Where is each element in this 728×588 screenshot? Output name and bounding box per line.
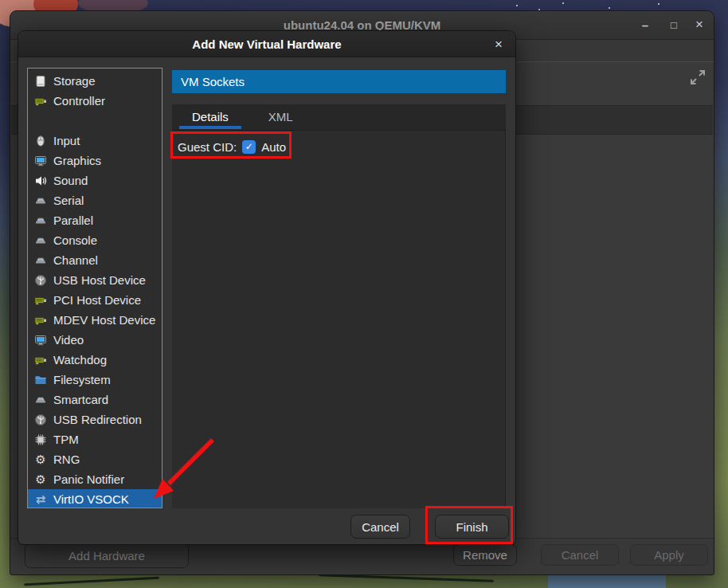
parallel-port-icon	[34, 214, 47, 227]
sidebar-item-label: Console	[53, 233, 97, 247]
vsock-arrows-icon: ⇄	[34, 493, 47, 506]
sidebar-item-watchdog[interactable]: Watchdog	[28, 350, 162, 370]
graphics-icon	[34, 155, 47, 167]
dialog-close-icon[interactable]: ×	[490, 36, 507, 53]
smartcard-icon	[34, 394, 47, 406]
panel-header: VM Sockets	[172, 70, 506, 93]
sidebar-item-parallel[interactable]: Parallel	[28, 210, 162, 230]
sidebar-item-sound[interactable]: Sound	[28, 171, 162, 190]
list-spacer	[28, 111, 162, 131]
tpm-chip-icon	[34, 433, 47, 446]
usb-redirect-icon	[34, 414, 47, 426]
vm-apply-button: Apply	[630, 544, 708, 566]
sidebar-item-label: RNG	[53, 453, 80, 466]
sidebar-item-label: Sound	[53, 174, 88, 187]
close-icon[interactable]: ×	[688, 11, 710, 38]
pci-card-icon	[34, 294, 47, 307]
sidebar-item-label: Serial	[53, 194, 84, 207]
maximize-icon[interactable]: □	[663, 11, 685, 38]
screen: ubuntu24.04 on QEMU/KVM – □ × Add Hardwa…	[0, 0, 728, 588]
sidebar-item-tpm[interactable]: TPM	[28, 429, 162, 449]
sidebar-item-mdev-host-device[interactable]: MDEV Host Device	[28, 310, 162, 330]
sidebar-item-video[interactable]: Video	[28, 330, 162, 350]
serial-port-icon	[34, 194, 47, 207]
remove-button[interactable]: Remove	[453, 544, 517, 566]
sidebar-item-label: Channel	[53, 253, 98, 267]
annotation-arrow	[147, 432, 224, 505]
add-hardware-dialog: Add New Virtual Hardware × StorageContro…	[18, 30, 516, 545]
add-hardware-button[interactable]: Add Hardware	[25, 543, 189, 568]
fullscreen-expand-icon[interactable]	[689, 69, 706, 86]
storage-icon	[34, 75, 47, 88]
sidebar-item-label: Video	[53, 333, 84, 347]
sidebar-item-label: Panic Notifier	[53, 472, 124, 486]
vm-cancel-button: Cancel	[541, 544, 619, 566]
sidebar-item-console[interactable]: Console	[28, 230, 162, 250]
controller-icon	[34, 95, 47, 108]
console-icon	[34, 234, 47, 247]
sidebar-item-label: Input	[53, 134, 80, 147]
sidebar-item-label: Smartcard	[53, 393, 108, 406]
sidebar-item-label: Filesystem	[53, 373, 111, 386]
channel-icon	[34, 254, 47, 267]
tab-xml[interactable]: XML	[249, 104, 313, 130]
video-icon	[34, 334, 47, 347]
sidebar-item-filesystem[interactable]: Filesystem	[28, 370, 162, 390]
sidebar-item-label: MDEV Host Device	[53, 313, 155, 327]
sidebar-item-panic-notifier[interactable]: ⚙Panic Notifier	[28, 469, 162, 489]
input-mouse-icon	[34, 135, 47, 147]
sidebar-item-controller[interactable]: Controller	[28, 91, 162, 111]
annotation-box-guest-cid	[170, 131, 292, 159]
tab-details[interactable]: Details	[172, 104, 249, 130]
usb-icon	[34, 274, 47, 287]
sound-icon	[34, 174, 47, 187]
sidebar-item-smartcard[interactable]: Smartcard	[28, 390, 162, 410]
sidebar-item-serial[interactable]: Serial	[28, 190, 162, 210]
sidebar-item-label: Parallel	[53, 214, 93, 227]
sidebar-item-label: USB Host Device	[53, 273, 146, 287]
sidebar-item-pci-host-device[interactable]: PCI Host Device	[28, 290, 162, 310]
sidebar-item-storage[interactable]: Storage	[28, 71, 162, 91]
dialog-titlebar[interactable]: Add New Virtual Hardware ×	[18, 31, 515, 57]
dialog-title: Add New Virtual Hardware	[192, 37, 341, 51]
tab-bar: Details XML	[172, 104, 506, 131]
sidebar-item-label: USB Redirection	[53, 413, 142, 426]
sidebar-item-graphics[interactable]: Graphics	[28, 151, 162, 171]
sidebar-item-label: Storage	[53, 74, 96, 88]
cancel-button[interactable]: Cancel	[350, 515, 410, 539]
sidebar-item-label: Watchdog	[53, 353, 107, 367]
sidebar-item-label: Controller	[53, 94, 105, 108]
sidebar-item-usb-redirection[interactable]: USB Redirection	[28, 410, 162, 429]
sidebar-item-label: VirtIO VSOCK	[53, 492, 129, 506]
folder-icon	[34, 374, 47, 386]
sidebar-item-label: PCI Host Device	[53, 293, 141, 307]
sidebar-item-usb-host-device[interactable]: USB Host Device	[28, 270, 162, 290]
mdev-card-icon	[34, 314, 47, 327]
sidebar-item-virtio-vsock[interactable]: ⇄VirtIO VSOCK	[28, 489, 162, 508]
hardware-type-list[interactable]: StorageControllerInputGraphicsSoundSeria…	[27, 68, 162, 508]
minimize-icon[interactable]: –	[634, 11, 656, 38]
sidebar-item-input[interactable]: Input	[28, 131, 162, 151]
sidebar-item-label: Graphics	[53, 154, 101, 167]
rng-gear-icon: ⚙	[34, 453, 47, 466]
watchdog-icon	[34, 354, 47, 367]
annotation-box-finish	[425, 506, 513, 544]
panic-gear-icon: ⚙	[34, 473, 47, 486]
sidebar-item-rng[interactable]: ⚙RNG	[28, 449, 162, 469]
sidebar-item-channel[interactable]: Channel	[28, 250, 162, 270]
sidebar-item-label: TPM	[53, 433, 79, 446]
